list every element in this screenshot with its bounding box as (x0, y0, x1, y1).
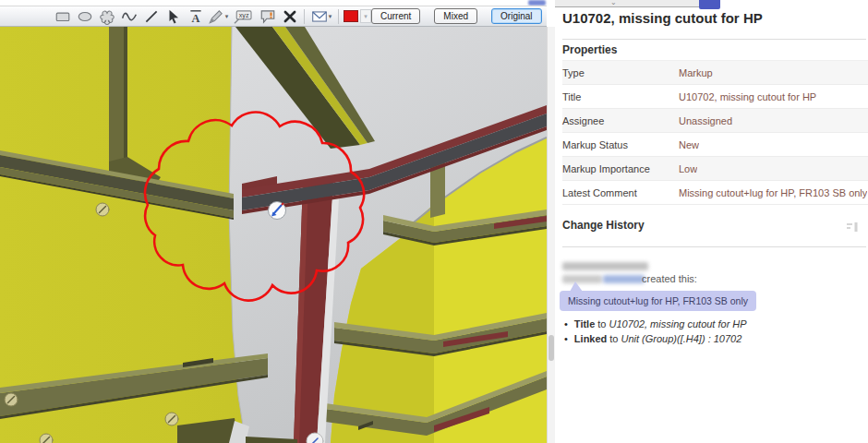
comment-balloon-button[interactable] (257, 7, 279, 26)
sort-icon[interactable] (846, 221, 859, 237)
table-row: Markup Importance Low (562, 157, 868, 181)
change-bullet: TitletoU10702, missing cutout for HP (564, 318, 747, 329)
toolbar-separator (338, 9, 339, 24)
delete-x-icon (282, 8, 298, 25)
table-row: Title U10702, missing cutout for HP (562, 85, 868, 109)
coordinate-label-icon: xyz (232, 8, 254, 25)
text-tool-button[interactable]: A (185, 7, 207, 26)
markup-toolbar: A ▾ xyz (0, 6, 547, 27)
delete-markup-button[interactable] (279, 7, 301, 26)
view-button-original[interactable]: Original (491, 8, 541, 24)
markup-color-picker[interactable]: ▾ (344, 9, 371, 23)
search-bar-glyph: ⌄ (610, 0, 617, 6)
ellipse-tool-icon (77, 8, 93, 25)
select-arrow-button[interactable] (163, 7, 185, 26)
pen-dropdown-chevron[interactable]: ▾ (225, 13, 229, 20)
toolbar-separator (304, 9, 305, 24)
select-arrow-icon (165, 8, 182, 25)
change-history-section-header: Change History (562, 219, 645, 232)
change-bullet: LinkedtoUnit (Group)([.H4]) : 10702 (564, 333, 747, 344)
color-dropdown-chevron: ▾ (360, 9, 371, 23)
change-bullet-list: TitletoU10702, missing cutout for HP Lin… (564, 318, 747, 348)
comment-bubble: Missing cutout+lug for HP, FR103 SB only (560, 291, 756, 311)
svg-text:xyz: xyz (239, 11, 249, 19)
divider (562, 246, 866, 247)
ship-structure (0, 27, 547, 443)
3d-viewport[interactable] (0, 27, 547, 443)
freehand-tool-button[interactable] (118, 7, 140, 26)
redacted-author-link (603, 275, 645, 283)
divider (562, 39, 866, 40)
view-button-mixed[interactable]: Mixed (434, 8, 477, 24)
freehand-tool-icon (121, 8, 138, 25)
table-row: Assignee Unassigned (562, 109, 868, 133)
primary-button-fragment[interactable] (699, 0, 720, 9)
rectangle-tool-icon (54, 8, 71, 25)
coordinate-label-button[interactable]: xyz (229, 7, 257, 26)
email-icon (311, 8, 328, 25)
markup-review-window: A ▾ xyz (0, 0, 868, 443)
pen-tool-icon (208, 8, 224, 25)
3d-scene (0, 27, 547, 443)
table-row: Markup Status New (562, 133, 868, 157)
panel-scrollbar[interactable] (547, 27, 555, 443)
email-button[interactable]: ▾ (307, 7, 335, 26)
pen-style-button[interactable]: ▾ (207, 7, 229, 26)
ellipse-tool-button[interactable] (74, 7, 96, 26)
view-button-current[interactable]: Current (371, 8, 420, 24)
line-tool-icon (143, 8, 160, 25)
cloud-tool-icon (99, 8, 115, 25)
table-row: Latest Comment Missing cutout+lug for HP… (562, 181, 868, 205)
properties-section-header: Properties (562, 43, 617, 56)
markup-anchor-icon[interactable] (269, 202, 286, 220)
created-this-text: created this: (642, 273, 697, 284)
comment-balloon-icon (259, 8, 276, 25)
rectangle-tool-button[interactable] (52, 7, 74, 26)
properties-table: Type Markup Title U10702, missing cutout… (562, 60, 868, 205)
line-tool-button[interactable] (140, 7, 163, 26)
panel-title: U10702, missing cutout for HP (562, 10, 763, 26)
table-row: Type Markup (562, 60, 868, 85)
details-panel: ⌄ U10702, missing cutout for HP Properti… (555, 0, 868, 443)
cloud-tool-button[interactable] (96, 7, 118, 26)
redacted-timestamp (562, 262, 648, 270)
search-bar-fragment[interactable]: ⌄ (555, 0, 699, 7)
scrollbar-thumb[interactable] (549, 335, 554, 361)
text-tool-icon: A (187, 8, 204, 25)
email-dropdown-chevron[interactable]: ▾ (329, 13, 332, 20)
color-swatch-red[interactable] (344, 10, 358, 22)
svg-text:A: A (192, 11, 200, 24)
